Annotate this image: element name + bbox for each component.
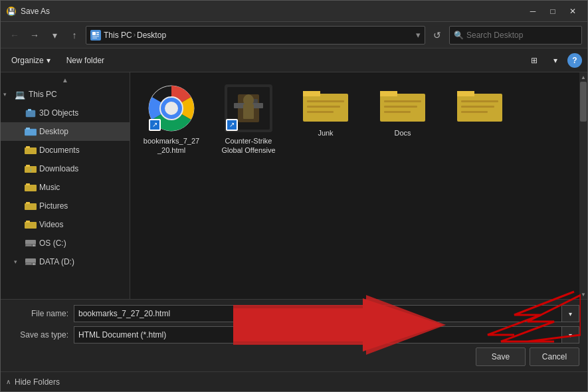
svg-rect-14	[25, 147, 37, 154]
grid-scrollbar[interactable]: ▲ ▼	[579, 72, 587, 299]
scrollbar-thumb[interactable]	[580, 82, 587, 122]
hide-folders-toggle-icon[interactable]: ∧	[6, 378, 11, 385]
svg-text:💾: 💾	[7, 7, 16, 16]
sidebar: ▲ ▾ 💻 This PC 3D Objects	[1, 72, 130, 299]
file-item-label-junk: Junk	[318, 128, 333, 138]
address-bar-icon	[90, 30, 101, 41]
svg-rect-4	[96, 32, 99, 33]
3d-objects-icon	[25, 108, 37, 118]
sidebar-item-pictures[interactable]: Pictures	[1, 197, 130, 215]
sidebar-scroll-up[interactable]: ▲	[1, 75, 130, 85]
csgo-icon: ↗	[225, 84, 272, 132]
view-button[interactable]: ⊞	[525, 52, 543, 69]
svg-rect-15	[26, 146, 30, 148]
svg-rect-56	[457, 91, 474, 96]
new-folder-button[interactable]: New folder	[61, 52, 110, 69]
svg-point-32	[33, 263, 35, 265]
back-button[interactable]: ←	[6, 27, 23, 44]
filetype-dropdown-button[interactable]: ▾	[562, 326, 579, 343]
search-box[interactable]: 🔍	[449, 26, 582, 45]
junk-folder-icon	[302, 84, 349, 124]
sidebar-item-this-pc[interactable]: ▾ 💻 This PC	[1, 85, 130, 104]
sidebar-item-downloads[interactable]: ↓ Downloads	[1, 159, 130, 178]
this-pc-icon: 💻	[14, 90, 26, 99]
navigation-bar: ← → ▾ ↑ This PC › Desktop ▾ ↺	[1, 22, 587, 49]
search-input[interactable]	[466, 31, 577, 40]
downloads-folder-icon: ↓	[25, 164, 37, 173]
scrollbar-down-button[interactable]: ▼	[579, 290, 587, 299]
sidebar-item-label-desktop: Desktop	[39, 127, 130, 136]
svg-rect-23	[26, 202, 30, 204]
tree-toggle-data-d: ▾	[14, 258, 22, 265]
maximize-button[interactable]: □	[543, 4, 562, 19]
save-button[interactable]: Save	[476, 347, 526, 366]
up-button[interactable]: ↑	[66, 27, 83, 44]
sidebar-item-label-videos: Videos	[39, 220, 130, 229]
sidebar-item-label-music: Music	[39, 183, 130, 192]
filetype-input-wrap: ▾	[74, 326, 579, 343]
svg-rect-5	[96, 34, 99, 35]
hide-folders-label: Hide Folders	[15, 377, 60, 387]
sidebar-item-documents[interactable]: Documents	[1, 141, 130, 159]
svg-rect-25	[26, 221, 30, 223]
address-bar[interactable]: This PC › Desktop ▾	[86, 26, 425, 45]
filename-input[interactable]	[74, 305, 562, 322]
help-button[interactable]: ?	[567, 53, 582, 68]
view-dropdown-button[interactable]: ▾	[546, 52, 565, 69]
cancel-button[interactable]: Cancel	[530, 347, 579, 366]
svg-rect-10	[28, 109, 31, 111]
address-desktop: Desktop	[137, 31, 166, 40]
search-icon: 🔍	[454, 31, 464, 40]
sidebar-item-3d-objects[interactable]: 3D Objects	[1, 104, 130, 122]
svg-rect-48	[307, 106, 340, 108]
sidebar-item-os-c[interactable]: OS (C:)	[1, 234, 130, 252]
forward-button[interactable]: →	[26, 27, 43, 44]
sidebar-item-data-d[interactable]: ▾ DATA (D:)	[1, 252, 130, 271]
svg-rect-54	[384, 111, 411, 113]
svg-point-28	[33, 245, 35, 246]
main-area: ▲ ▾ 💻 This PC 3D Objects	[1, 72, 587, 299]
scrollbar-up-button[interactable]: ▲	[579, 72, 587, 82]
file-item-chrome[interactable]: ↗ bookmarks_7_27_20.html	[138, 80, 205, 159]
sidebar-item-label-pictures: Pictures	[39, 201, 130, 211]
close-button[interactable]: ✕	[563, 4, 582, 19]
filetype-input[interactable]	[74, 326, 562, 343]
svg-rect-57	[461, 100, 498, 102]
svg-rect-33	[26, 264, 31, 264]
save-as-dialog: 💾 Save As ─ □ ✕ ← → ▾ ↑	[0, 0, 588, 392]
file-item-folder5[interactable]	[446, 80, 513, 132]
scroll-up-arrow-icon: ▲	[62, 76, 68, 84]
os-c-drive-icon	[25, 239, 37, 248]
file-item-docs[interactable]: Docs	[369, 80, 436, 159]
tree-toggle-this-pc: ▾	[3, 91, 11, 98]
data-d-drive-icon	[25, 257, 37, 266]
refresh-button[interactable]: ↺	[428, 26, 446, 45]
file-item-junk[interactable]: Junk	[292, 80, 359, 159]
folder5-icon	[456, 84, 504, 124]
sidebar-item-label-downloads: Downloads	[39, 164, 130, 173]
bottom-bar: File name: ▾ Save as type: ▾ Save Cancel	[1, 299, 587, 371]
svg-rect-46	[303, 91, 320, 96]
dropdown-button[interactable]: ▾	[46, 27, 63, 44]
sidebar-item-desktop[interactable]: Desktop	[1, 122, 130, 141]
organize-button[interactable]: Organize ▾	[6, 52, 56, 69]
pictures-folder-icon	[25, 201, 37, 211]
file-item-csgo[interactable]: ↗ Counter-Strike Global Offensive	[215, 80, 282, 159]
svg-rect-44	[243, 104, 254, 119]
desktop-folder-icon	[25, 127, 37, 136]
file-grid: ↗ bookmarks_7_27_20.html	[130, 72, 587, 299]
toolbar-right: ⊞ ▾ ?	[525, 52, 582, 69]
sidebar-item-videos[interactable]: Videos	[1, 215, 130, 234]
filename-dropdown-button[interactable]: ▾	[562, 305, 579, 322]
svg-rect-6	[92, 36, 99, 37]
hide-folders-bar[interactable]: ∧ Hide Folders	[1, 371, 587, 391]
sidebar-item-music[interactable]: ♪ Music	[1, 178, 130, 197]
filetype-label: Save as type:	[9, 330, 68, 340]
filename-row: File name: ▾	[9, 305, 579, 322]
window-controls: ─ □ ✕	[524, 4, 582, 19]
svg-rect-22	[25, 203, 37, 210]
sidebar-item-label-os-c: OS (C:)	[39, 239, 130, 248]
minimize-button[interactable]: ─	[524, 4, 542, 19]
music-folder-icon: ♪	[25, 183, 37, 192]
file-item-label-chrome: bookmarks_7_27_20.html	[142, 136, 201, 155]
